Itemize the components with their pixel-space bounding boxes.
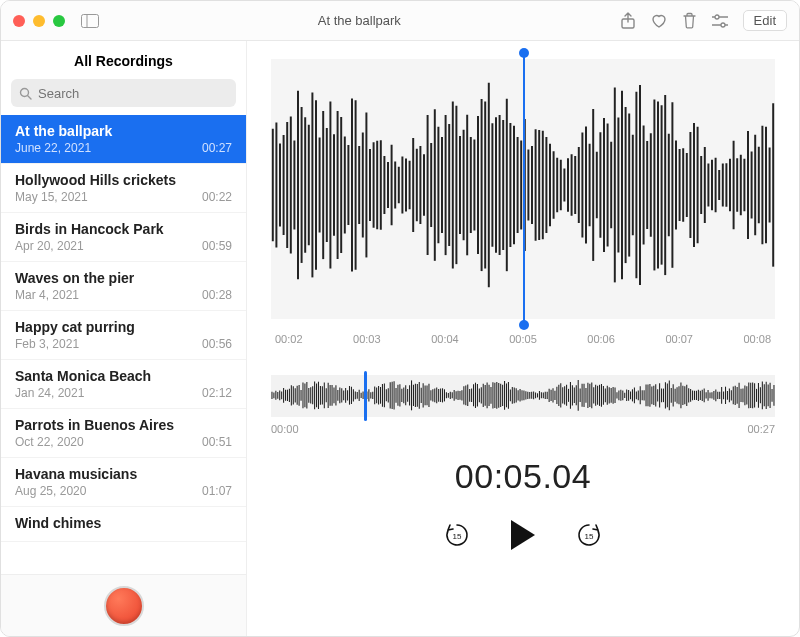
recording-date: Mar 4, 2021: [15, 288, 79, 302]
tick-label: 00:06: [587, 333, 615, 345]
close-window-button[interactable]: [13, 15, 25, 27]
content-area: 00:0200:0300:0400:0500:0600:0700:08 00:0…: [247, 41, 799, 636]
recording-duration: 02:12: [202, 386, 232, 400]
recording-date: Apr 20, 2021: [15, 239, 84, 253]
sidebar-footer: [1, 574, 246, 636]
recording-title: Havana musicians: [15, 466, 232, 482]
play-button[interactable]: [511, 520, 535, 550]
recording-title: At the ballpark: [15, 123, 232, 139]
recording-title: Happy cat purring: [15, 319, 232, 335]
search-field[interactable]: [11, 79, 236, 107]
recording-duration: 01:07: [202, 484, 232, 498]
recording-title: Santa Monica Beach: [15, 368, 232, 384]
skip-forward-15-button[interactable]: 15: [575, 521, 603, 549]
recording-date: June 22, 2021: [15, 141, 91, 155]
svg-text:15: 15: [453, 532, 462, 541]
tick-label: 00:03: [353, 333, 381, 345]
titlebar: At the ballpark Edit: [1, 1, 799, 41]
overview-end-label: 00:27: [747, 423, 775, 435]
waveform-overview[interactable]: [271, 375, 775, 417]
recording-title: Birds in Hancock Park: [15, 221, 232, 237]
recording-item[interactable]: Waves on the pierMar 4, 202100:28: [1, 262, 246, 311]
tick-label: 00:05: [509, 333, 537, 345]
recording-duration: 00:51: [202, 435, 232, 449]
timecode: 00:05.04: [271, 457, 775, 496]
window-title: At the ballpark: [99, 13, 620, 28]
svg-rect-0: [82, 14, 99, 27]
overview-labels: 00:00 00:27: [271, 417, 775, 435]
fullscreen-window-button[interactable]: [53, 15, 65, 27]
toolbar-actions: Edit: [620, 10, 787, 31]
recording-date: Aug 25, 2020: [15, 484, 86, 498]
play-icon: [511, 520, 535, 550]
share-button[interactable]: [620, 12, 636, 30]
overview-playhead[interactable]: [364, 371, 367, 421]
recording-duration: 00:28: [202, 288, 232, 302]
search-input[interactable]: [38, 86, 228, 101]
tick-label: 00:02: [275, 333, 303, 345]
recording-item[interactable]: At the ballparkJune 22, 202100:27: [1, 115, 246, 164]
recordings-list: At the ballparkJune 22, 202100:27Hollywo…: [1, 115, 246, 574]
recording-duration: 00:56: [202, 337, 232, 351]
recording-duration: 00:22: [202, 190, 232, 204]
recording-item[interactable]: Birds in Hancock ParkApr 20, 202100:59: [1, 213, 246, 262]
sidebar: All Recordings At the ballparkJune 22, 2…: [1, 41, 247, 636]
svg-text:15: 15: [585, 532, 594, 541]
recording-date: Feb 3, 2021: [15, 337, 79, 351]
svg-line-8: [28, 95, 32, 99]
edit-button[interactable]: Edit: [743, 10, 787, 31]
svg-point-4: [715, 15, 719, 19]
favorite-button[interactable]: [650, 13, 668, 29]
recording-title: Hollywood Hills crickets: [15, 172, 232, 188]
recording-title: Wind chimes: [15, 515, 232, 531]
waveform-main[interactable]: [271, 59, 775, 319]
search-icon: [19, 87, 32, 100]
recording-date: Oct 22, 2020: [15, 435, 84, 449]
window-controls: [13, 15, 65, 27]
skip-back-15-button[interactable]: 15: [443, 521, 471, 549]
tick-label: 00:04: [431, 333, 459, 345]
sidebar-header: All Recordings: [1, 41, 246, 79]
record-button[interactable]: [104, 586, 144, 626]
recording-item[interactable]: Hollywood Hills cricketsMay 15, 202100:2…: [1, 164, 246, 213]
recording-item[interactable]: Santa Monica BeachJan 24, 202102:12: [1, 360, 246, 409]
toggle-sidebar-button[interactable]: [81, 14, 99, 28]
svg-point-6: [721, 23, 725, 27]
recording-date: Jan 24, 2021: [15, 386, 84, 400]
recording-date: May 15, 2021: [15, 190, 88, 204]
recording-item[interactable]: Wind chimes: [1, 507, 246, 542]
delete-button[interactable]: [682, 12, 697, 29]
recording-item[interactable]: Happy cat purringFeb 3, 202100:56: [1, 311, 246, 360]
minimize-window-button[interactable]: [33, 15, 45, 27]
recording-title: Waves on the pier: [15, 270, 232, 286]
recording-duration: 00:27: [202, 141, 232, 155]
tick-label: 00:08: [743, 333, 771, 345]
playhead[interactable]: [523, 53, 525, 325]
tick-label: 00:07: [665, 333, 693, 345]
settings-sliders-button[interactable]: [711, 14, 729, 28]
recording-duration: 00:59: [202, 239, 232, 253]
recording-item[interactable]: Parrots in Buenos AiresOct 22, 202000:51: [1, 409, 246, 458]
recording-item[interactable]: Havana musiciansAug 25, 202001:07: [1, 458, 246, 507]
recording-title: Parrots in Buenos Aires: [15, 417, 232, 433]
playback-controls: 15 15: [271, 520, 775, 550]
overview-start-label: 00:00: [271, 423, 299, 435]
